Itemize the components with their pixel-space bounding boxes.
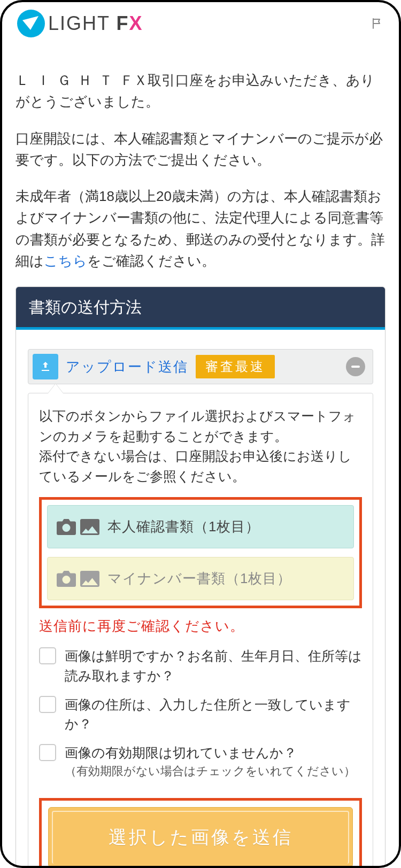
submit-button[interactable]: 選択した画像を送信 bbox=[48, 807, 353, 867]
accordion-pointer bbox=[48, 384, 63, 393]
badge-fastest: 審査最速 bbox=[196, 355, 275, 378]
kochira-link[interactable]: こちら bbox=[44, 253, 87, 269]
upload-instruction-2: 添付できない場合は、口座開設お申込後にお送りしているメールをご参照ください。 bbox=[39, 446, 362, 486]
checkbox-1[interactable] bbox=[39, 647, 56, 664]
intro-paragraph-1: ＬＩＧＨＴＦＸ取引口座をお申込みいただき、ありがとうございました。 bbox=[16, 69, 385, 113]
flag-icon[interactable] bbox=[371, 17, 384, 30]
submission-panel: 書類の送付方法 アップロード送信 審査最速 以下のボタンからファイル選択およびス… bbox=[16, 286, 385, 868]
check-subnote-3: （有効期限がない場合はチェックをいれてください） bbox=[65, 763, 356, 780]
image-icon bbox=[80, 519, 100, 535]
panel-title: 書類の送付方法 bbox=[16, 287, 385, 330]
logo: LIGHT FX bbox=[17, 10, 143, 37]
intro-paragraph-3: 未成年者（満18歳以上20歳未満）の方は、本人確認書類およびマイナンバー書類の他… bbox=[16, 185, 385, 272]
accordion-title: アップロード送信 bbox=[66, 358, 188, 376]
check-item-2: 画像の住所は、入力した住所と一致していますか？ bbox=[39, 695, 362, 734]
logo-text-light: LIGHT bbox=[48, 12, 110, 34]
accordion-upload-head[interactable]: アップロード送信 審査最速 bbox=[28, 349, 373, 384]
logo-icon bbox=[17, 10, 45, 37]
collapse-icon[interactable] bbox=[346, 357, 365, 376]
check-label-3: 画像の有効期限は切れていませんか？ bbox=[65, 743, 356, 762]
logo-text-f: F bbox=[116, 12, 129, 34]
checkbox-3[interactable] bbox=[39, 744, 56, 761]
submit-wrap: 選択した画像を送信 bbox=[39, 798, 362, 868]
file-slot-identity-label: 本人確認書類（1枚目） bbox=[107, 516, 260, 537]
file-select-box: 本人確認書類（1枚目） マイナンバー書類（1枚目） bbox=[39, 497, 362, 608]
upload-instruction-1: 以下のボタンからファイル選択およびスマートフォンのカメラを起動することができます… bbox=[39, 406, 362, 446]
image-icon bbox=[80, 571, 100, 587]
check-label-2: 画像の住所は、入力した住所と一致していますか？ bbox=[65, 695, 362, 734]
file-slot-identity[interactable]: 本人確認書類（1枚目） bbox=[47, 505, 354, 548]
file-slot-mynumber[interactable]: マイナンバー書類（1枚目） bbox=[47, 557, 354, 600]
upload-icon bbox=[33, 354, 58, 379]
camera-icon bbox=[56, 571, 76, 587]
confirm-title: 送信前に再度ご確認ください。 bbox=[39, 616, 362, 637]
checkbox-2[interactable] bbox=[39, 696, 56, 713]
camera-icon bbox=[56, 519, 76, 535]
intro-paragraph-2: 口座開設には、本人確認書類とマイナンバーのご提示が必要です。以下の方法でご提出く… bbox=[16, 128, 385, 171]
accordion-upload-body: 以下のボタンからファイル選択およびスマートフォンのカメラを起動することができます… bbox=[28, 393, 373, 868]
file-slot-mynumber-label: マイナンバー書類（1枚目） bbox=[107, 568, 291, 589]
logo-text: LIGHT FX bbox=[48, 12, 143, 35]
check-item-3: 画像の有効期限は切れていませんか？ （有効期限がない場合はチェックをいれてくださ… bbox=[39, 743, 362, 779]
check-label-1: 画像は鮮明ですか？お名前、生年月日、住所等は読み取れますか？ bbox=[65, 646, 362, 685]
check-item-1: 画像は鮮明ですか？お名前、生年月日、住所等は読み取れますか？ bbox=[39, 646, 362, 685]
logo-text-x: X bbox=[129, 12, 143, 34]
